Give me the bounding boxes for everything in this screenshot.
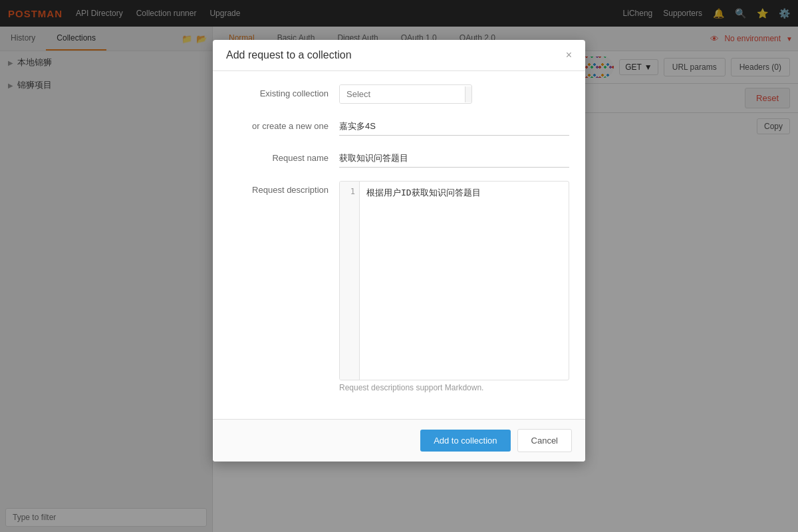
new-collection-label: or create a new one xyxy=(229,117,329,131)
request-name-input[interactable] xyxy=(339,149,569,168)
request-name-label: Request name xyxy=(229,149,329,163)
description-editor: 1 根据用户ID获取知识问答题目 xyxy=(339,181,569,380)
collection-select-input[interactable] xyxy=(340,85,465,103)
line-number: 1 xyxy=(344,187,355,196)
modal-header: Add request to a collection × xyxy=(213,40,585,71)
request-description-control: 1 根据用户ID获取知识问答题目 Request descriptions su… xyxy=(339,181,569,392)
collection-select-wrapper: ▼ xyxy=(339,84,472,104)
new-collection-input[interactable] xyxy=(339,117,569,136)
modal-close-button[interactable]: × xyxy=(566,49,572,61)
request-description-label: Request description xyxy=(229,181,329,195)
existing-collection-control: ▼ xyxy=(339,84,569,104)
cancel-button[interactable]: Cancel xyxy=(517,429,572,452)
request-name-control xyxy=(339,149,569,168)
description-content[interactable]: 根据用户ID获取知识问答题目 xyxy=(360,182,569,380)
request-name-row: Request name xyxy=(229,149,569,168)
new-collection-row: or create a new one xyxy=(229,117,569,136)
select-dropdown-icon[interactable]: ▼ xyxy=(465,86,472,102)
modal-footer: Add to collection Cancel xyxy=(213,419,585,462)
modal-title: Add request to a collection xyxy=(226,49,352,61)
line-numbers: 1 xyxy=(340,182,360,380)
add-to-collection-button[interactable]: Add to collection xyxy=(420,430,510,452)
request-description-row: Request description 1 根据用户ID获取知识问答题目 Req… xyxy=(229,181,569,392)
existing-collection-label: Existing collection xyxy=(229,84,329,98)
new-collection-control xyxy=(339,117,569,136)
modal-overlay: Add request to a collection × Existing c… xyxy=(0,0,798,532)
existing-collection-row: Existing collection ▼ xyxy=(229,84,569,104)
modal-body: Existing collection ▼ or create a new on… xyxy=(213,71,585,419)
markdown-note: Request descriptions support Markdown. xyxy=(339,383,569,392)
modal: Add request to a collection × Existing c… xyxy=(213,40,585,462)
